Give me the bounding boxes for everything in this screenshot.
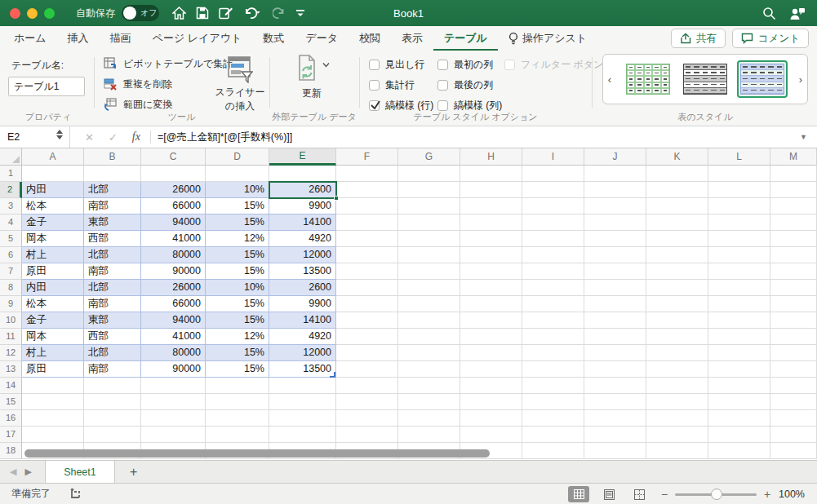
cell-B12[interactable]: 北部 — [84, 345, 141, 361]
cell-C6[interactable]: 80000 — [141, 247, 206, 263]
cell-K10[interactable] — [646, 312, 708, 329]
cell-M7[interactable] — [770, 263, 817, 280]
cell-M5[interactable] — [770, 231, 817, 247]
cell-C13[interactable]: 90000 — [141, 361, 206, 378]
cell-J4[interactable] — [584, 214, 646, 231]
cell-D4[interactable]: 15% — [206, 214, 269, 231]
cell-A12[interactable]: 村上 — [22, 345, 84, 361]
cell-L7[interactable] — [708, 263, 770, 280]
cell-F9[interactable] — [336, 296, 398, 312]
cell-M8[interactable] — [770, 280, 817, 296]
row-header-18[interactable]: 18 — [0, 443, 22, 459]
cell-K5[interactable] — [646, 231, 708, 247]
row-header-9[interactable]: 9 — [0, 296, 22, 312]
cell-K1[interactable] — [646, 166, 708, 182]
cell-F11[interactable] — [336, 329, 398, 345]
tab-active-8[interactable]: テーブル — [433, 26, 498, 51]
cell-B11[interactable]: 西部 — [84, 329, 141, 345]
cell-A7[interactable]: 原田 — [22, 263, 84, 280]
cell-H1[interactable] — [460, 166, 522, 182]
cell-K18[interactable] — [646, 443, 708, 459]
checkbox-box[interactable] — [369, 100, 380, 111]
row-header-8[interactable]: 8 — [0, 280, 22, 296]
tab-3[interactable]: ページ レイアウト — [142, 26, 253, 51]
cell-M2[interactable] — [770, 182, 817, 198]
cell-H17[interactable] — [460, 427, 522, 443]
cell-L4[interactable] — [708, 214, 770, 231]
cell-G6[interactable] — [398, 247, 460, 263]
cell-C1[interactable] — [141, 166, 206, 182]
cell-L18[interactable] — [708, 443, 770, 459]
cell-A10[interactable]: 金子 — [22, 312, 84, 329]
row-header-3[interactable]: 3 — [0, 198, 22, 214]
cell-F3[interactable] — [336, 198, 398, 214]
cell-L14[interactable] — [708, 378, 770, 394]
cell-H4[interactable] — [460, 214, 522, 231]
cell-H11[interactable] — [460, 329, 522, 345]
cell-K2[interactable] — [646, 182, 708, 198]
tab-6[interactable]: 校閲 — [349, 26, 391, 51]
cell-M13[interactable] — [770, 361, 817, 378]
convert-to-range-button[interactable]: 範囲に変換 — [104, 98, 172, 112]
cell-G15[interactable] — [398, 394, 460, 410]
cell-I16[interactable] — [522, 410, 584, 427]
column-header-E[interactable]: E — [269, 148, 336, 166]
cell-M14[interactable] — [770, 378, 817, 394]
cell-J2[interactable] — [584, 182, 646, 198]
checkbox-box[interactable] — [437, 80, 448, 91]
cell-H12[interactable] — [460, 345, 522, 361]
cell-D5[interactable]: 12% — [206, 231, 269, 247]
column-header-K[interactable]: K — [646, 148, 708, 166]
cell-J1[interactable] — [584, 166, 646, 182]
cell-D12[interactable]: 15% — [206, 345, 269, 361]
cell-L12[interactable] — [708, 345, 770, 361]
cell-L15[interactable] — [708, 394, 770, 410]
cell-G12[interactable] — [398, 345, 460, 361]
cell-D17[interactable] — [206, 427, 269, 443]
cell-E11[interactable]: 4920 — [269, 329, 336, 345]
cell-F13[interactable] — [336, 361, 398, 378]
cell-E2[interactable]: 2600 — [269, 182, 336, 198]
cell-E16[interactable] — [269, 410, 336, 427]
cell-J12[interactable] — [584, 345, 646, 361]
cell-K15[interactable] — [646, 394, 708, 410]
checkbox-box[interactable] — [437, 100, 448, 111]
insert-function-icon[interactable]: fx — [132, 130, 140, 144]
enter-icon[interactable]: ✓ — [109, 131, 118, 144]
cell-E10[interactable]: 14100 — [269, 312, 336, 329]
cell-H13[interactable] — [460, 361, 522, 378]
cell-E8[interactable]: 2600 — [269, 280, 336, 296]
cell-E4[interactable]: 14100 — [269, 214, 336, 231]
checkbox-box[interactable] — [437, 60, 448, 70]
cell-D13[interactable]: 15% — [206, 361, 269, 378]
cell-B15[interactable] — [84, 394, 141, 410]
cell-G7[interactable] — [398, 263, 460, 280]
cell-I7[interactable] — [522, 263, 584, 280]
cancel-icon[interactable]: ✕ — [85, 131, 94, 144]
tab-7[interactable]: 表示 — [391, 26, 433, 51]
cell-E17[interactable] — [269, 427, 336, 443]
normal-view-button[interactable] — [568, 486, 589, 502]
column-header-D[interactable]: D — [206, 148, 269, 166]
formula-input[interactable]: =[@売上金額]*[@[手数料(%)]] — [158, 130, 800, 144]
cell-K12[interactable] — [646, 345, 708, 361]
cell-L5[interactable] — [708, 231, 770, 247]
cell-B2[interactable]: 北部 — [84, 182, 141, 198]
cell-D1[interactable] — [206, 166, 269, 182]
cell-G10[interactable] — [398, 312, 460, 329]
page-layout-view-button[interactable] — [598, 486, 619, 502]
cell-I9[interactable] — [522, 296, 584, 312]
cell-A11[interactable]: 岡本 — [22, 329, 84, 345]
row-header-11[interactable]: 11 — [0, 329, 22, 345]
cell-C4[interactable]: 94000 — [141, 214, 206, 231]
row-header-16[interactable]: 16 — [0, 410, 22, 427]
cell-C15[interactable] — [141, 394, 206, 410]
cell-D16[interactable] — [206, 410, 269, 427]
cell-H2[interactable] — [460, 182, 522, 198]
cell-I15[interactable] — [522, 394, 584, 410]
sheet-tab[interactable]: Sheet1 — [45, 461, 115, 484]
minimize-window-button[interactable] — [27, 8, 38, 19]
cell-D3[interactable]: 15% — [206, 198, 269, 214]
cell-I11[interactable] — [522, 329, 584, 345]
cell-E7[interactable]: 13500 — [269, 263, 336, 280]
